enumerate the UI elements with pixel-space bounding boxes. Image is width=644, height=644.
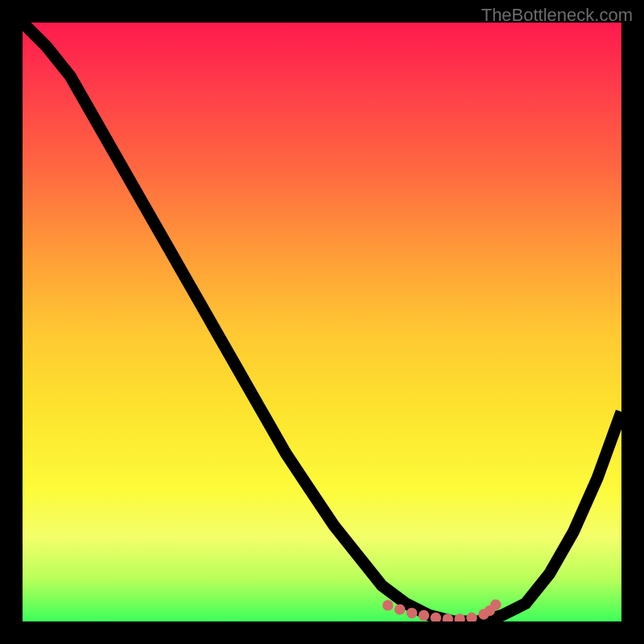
chart-plot-area xyxy=(23,23,621,621)
optimal-dot xyxy=(419,610,429,621)
optimal-dot xyxy=(490,599,501,609)
optimal-dot xyxy=(454,613,464,621)
chart-svg xyxy=(23,23,621,621)
optimal-dot xyxy=(382,600,393,610)
optimal-dot xyxy=(466,613,477,621)
optimal-dot xyxy=(394,604,405,614)
bottleneck-curve xyxy=(23,23,621,621)
watermark-text: TheBottleneck.com xyxy=(481,5,633,26)
optimal-dot xyxy=(407,608,417,618)
